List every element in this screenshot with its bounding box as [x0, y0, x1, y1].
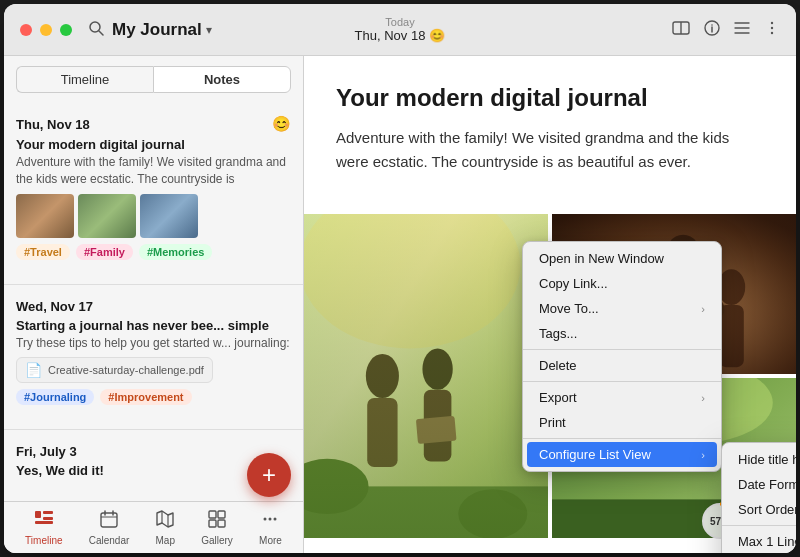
tag-improvement[interactable]: #Improvement — [100, 389, 191, 405]
svg-point-37 — [304, 214, 520, 348]
titlebar-date-area: Today Thu, Nov 18 😊 — [355, 16, 446, 43]
entry-date-header: Thu, Nov 18 😊 — [16, 109, 291, 137]
submenu-configure[interactable]: Hide title header Date Format › Sort Ord… — [721, 442, 796, 553]
svg-rect-38 — [304, 486, 548, 538]
timeline-label: Timeline — [25, 535, 62, 546]
split-view-icon[interactable] — [672, 21, 690, 39]
menu-item-export[interactable]: Export › — [523, 385, 721, 410]
menu-item-configure-wrapper: Configure List View › Hide title header … — [523, 442, 721, 467]
bottom-item-calendar[interactable]: Calendar — [81, 506, 138, 550]
info-icon[interactable] — [704, 20, 720, 40]
photo-right — [304, 214, 548, 538]
submenu-item-max-1[interactable]: Max 1 Lines — [722, 529, 796, 553]
svg-line-1 — [99, 31, 103, 35]
entry-title: Your modern digital journal — [16, 137, 291, 152]
entry-preview: Adventure with the family! We visited gr… — [16, 154, 291, 188]
svg-rect-44 — [424, 390, 452, 462]
svg-point-43 — [422, 348, 452, 389]
svg-point-41 — [366, 354, 399, 398]
svg-rect-42 — [367, 398, 397, 467]
menu-item-configure-list-view[interactable]: Configure List View › — [527, 442, 717, 467]
chevron-right-icon-3: › — [701, 449, 705, 461]
svg-rect-15 — [43, 511, 53, 514]
tag-journaling[interactable]: #Journaling — [16, 389, 94, 405]
journal-title-area[interactable]: My Journal ▾ — [112, 20, 212, 40]
entry-preview: Try these tips to help you get started w… — [16, 335, 291, 352]
menu-item-tags[interactable]: Tags... — [523, 321, 721, 346]
chevron-right-icon: › — [701, 303, 705, 315]
entry-date-header: Wed, Nov 17 — [16, 293, 291, 318]
tag-memories[interactable]: #Memories — [139, 244, 212, 260]
svg-point-6 — [711, 24, 713, 26]
list-item[interactable]: Wed, Nov 17 Starting a journal has never… — [4, 293, 303, 422]
svg-point-12 — [771, 26, 773, 28]
bottom-item-more[interactable]: More — [251, 506, 290, 550]
bottom-item-timeline[interactable]: Timeline — [17, 506, 70, 550]
bottom-bar: Timeline Calendar — [4, 501, 303, 553]
menu-separator-2 — [523, 381, 721, 382]
menu-item-copy-link[interactable]: Copy Link... — [523, 271, 721, 296]
svg-rect-25 — [218, 511, 225, 518]
titlebar-date: Thu, Nov 18 😊 — [355, 28, 446, 43]
sidebar: Timeline Notes Thu, Nov 18 😊 Your modern… — [4, 56, 304, 553]
tag-travel[interactable]: #Travel — [16, 244, 70, 260]
gallery-label: Gallery — [201, 535, 233, 546]
more-label: More — [259, 535, 282, 546]
list-view-icon[interactable] — [734, 21, 750, 39]
calendar-icon — [100, 510, 118, 533]
maximize-button[interactable] — [60, 24, 72, 36]
main-area: Timeline Notes Thu, Nov 18 😊 Your modern… — [4, 56, 796, 553]
submenu-item-sort-order[interactable]: Sort Order › — [722, 497, 796, 522]
list-item[interactable]: Thu, Nov 18 😊 Your modern digital journa… — [4, 109, 303, 276]
svg-rect-17 — [35, 521, 53, 524]
content-text: Adventure with the family! We visited gr… — [336, 126, 764, 174]
submenu-item-hide-title[interactable]: Hide title header — [722, 447, 796, 472]
calendar-label: Calendar — [89, 535, 130, 546]
entry-mood-emoji: 😊 — [272, 115, 291, 133]
close-button[interactable] — [20, 24, 32, 36]
more-icon[interactable] — [764, 20, 780, 40]
svg-rect-35 — [719, 305, 744, 367]
menu-item-move-to[interactable]: Move To... › — [523, 296, 721, 321]
attachment-filename: Creative-saturday-challenge.pdf — [48, 364, 204, 376]
svg-rect-16 — [43, 517, 53, 520]
entry-date-label: Fri, July 3 — [16, 444, 77, 459]
divider — [4, 284, 303, 285]
minimize-button[interactable] — [40, 24, 52, 36]
submenu-item-date-format[interactable]: Date Format › — [722, 472, 796, 497]
add-entry-button[interactable]: + — [247, 453, 291, 497]
tab-timeline[interactable]: Timeline — [16, 66, 153, 93]
map-label: Map — [156, 535, 175, 546]
svg-rect-14 — [35, 511, 41, 518]
titlebar: My Journal ▾ Today Thu, Nov 18 😊 — [4, 4, 796, 56]
svg-point-30 — [274, 517, 277, 520]
chevron-right-icon-2: › — [701, 392, 705, 404]
menu-separator — [523, 349, 721, 350]
entry-title: Starting a journal has never bee... simp… — [16, 318, 291, 333]
bottom-item-map[interactable]: Map — [148, 506, 183, 550]
svg-rect-36 — [304, 214, 548, 538]
bottom-item-gallery[interactable]: Gallery — [193, 506, 241, 550]
svg-point-39 — [304, 459, 369, 514]
search-icon[interactable] — [88, 20, 104, 40]
menu-item-open-new-window[interactable]: Open in New Window — [523, 246, 721, 271]
gallery-icon — [208, 510, 226, 533]
content-body: Your modern digital journal Adventure wi… — [304, 56, 796, 214]
pdf-icon: 📄 — [25, 362, 42, 378]
divider — [4, 429, 303, 430]
svg-rect-45 — [416, 416, 457, 444]
entry-date-header: Fri, July 3 — [16, 438, 291, 463]
menu-item-print[interactable]: Print — [523, 410, 721, 435]
context-menu[interactable]: Open in New Window Copy Link... Move To.… — [522, 241, 722, 472]
map-icon — [156, 510, 174, 533]
svg-point-28 — [264, 517, 267, 520]
attachment-file[interactable]: 📄 Creative-saturday-challenge.pdf — [16, 357, 213, 383]
tag-family[interactable]: #Family — [76, 244, 133, 260]
sidebar-entries[interactable]: Thu, Nov 18 😊 Your modern digital journa… — [4, 101, 303, 501]
svg-rect-18 — [101, 513, 117, 527]
thumbnail-3 — [140, 194, 198, 238]
menu-separator-3 — [523, 438, 721, 439]
menu-item-delete[interactable]: Delete — [523, 353, 721, 378]
tab-notes[interactable]: Notes — [153, 66, 291, 93]
svg-rect-26 — [209, 520, 216, 527]
